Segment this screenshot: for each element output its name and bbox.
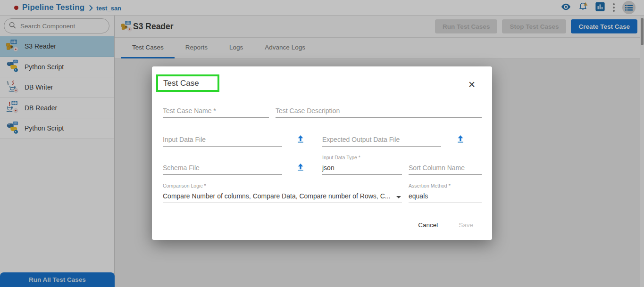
assertion-method-field bbox=[409, 189, 482, 203]
assertion-method-label: Assertion Method * bbox=[409, 183, 451, 189]
comparison-logic-label: Comparison Logic * bbox=[163, 183, 206, 189]
upload-icon bbox=[296, 166, 305, 173]
upload-expected-output-file-button[interactable] bbox=[456, 134, 465, 144]
schema-file-field bbox=[163, 161, 282, 175]
save-button[interactable]: Save bbox=[457, 221, 475, 230]
test-case-dialog: Test Case ✕ bbox=[152, 66, 492, 240]
expected-output-data-file-input[interactable] bbox=[322, 136, 441, 146]
test-case-name-input[interactable] bbox=[163, 107, 269, 117]
app-window: Pipeline Testing test_san bbox=[0, 0, 644, 287]
comparison-logic-select[interactable]: Compare Number of columns, Compare Data,… bbox=[163, 189, 402, 203]
sort-column-name-field bbox=[409, 161, 482, 175]
annotation-highlight: Test Case bbox=[156, 74, 219, 92]
schema-file-input[interactable] bbox=[163, 164, 282, 174]
cancel-button[interactable]: Cancel bbox=[416, 221, 440, 230]
close-icon[interactable]: ✕ bbox=[465, 78, 478, 91]
test-case-name-field bbox=[163, 104, 269, 118]
assertion-method-input[interactable] bbox=[409, 192, 482, 203]
upload-input-data-file-button[interactable] bbox=[296, 134, 305, 144]
test-case-description-input[interactable] bbox=[276, 107, 482, 117]
sort-column-name-input[interactable] bbox=[409, 164, 482, 174]
comparison-logic-value: Compare Number of columns, Compare Data,… bbox=[163, 192, 390, 200]
test-case-description-field bbox=[276, 104, 482, 118]
upload-icon bbox=[296, 138, 305, 145]
upload-schema-file-button[interactable] bbox=[296, 163, 305, 172]
input-data-type-field bbox=[322, 161, 402, 175]
dropdown-arrow-icon bbox=[396, 196, 401, 198]
expected-output-data-file-field bbox=[322, 133, 441, 147]
input-data-file-input[interactable] bbox=[163, 136, 282, 146]
input-data-file-field bbox=[163, 133, 282, 147]
input-data-type-label: Input Data Type * bbox=[322, 155, 360, 160]
input-data-type-input[interactable] bbox=[322, 164, 402, 174]
upload-icon bbox=[456, 138, 465, 145]
dialog-title: Test Case bbox=[158, 79, 199, 88]
